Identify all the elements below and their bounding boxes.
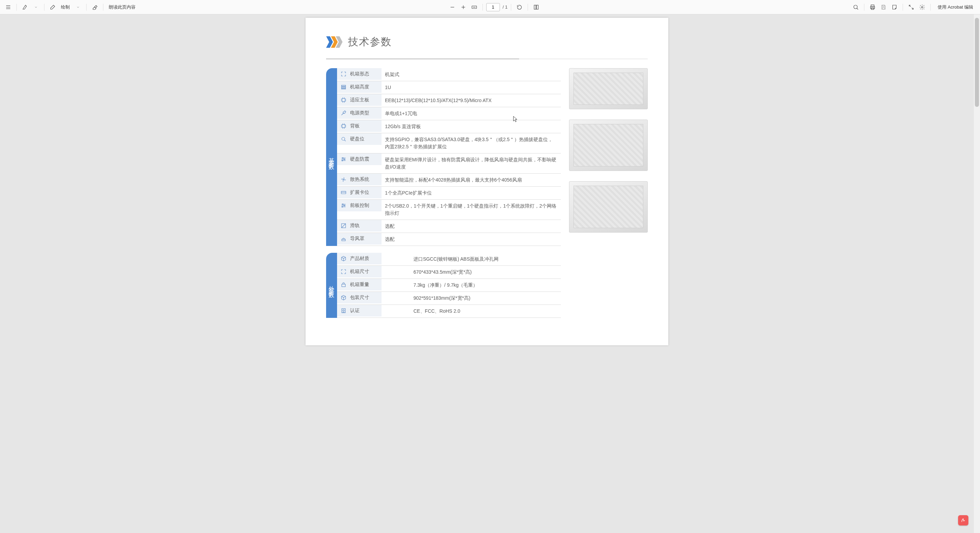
spec-row: 认证CE、FCC、RoHS 2.0	[337, 305, 561, 318]
separator	[511, 4, 511, 11]
draw-label[interactable]: 绘制	[59, 4, 72, 10]
spec-label-cell: 机箱高度	[337, 81, 382, 93]
svg-rect-20	[342, 85, 345, 86]
fullscreen-button[interactable]	[907, 2, 916, 12]
document-viewport[interactable]: 技术参数 基本参数机箱形态机架式机箱高度1U适应主板EEB(12*13)/CEB…	[0, 14, 974, 533]
spec-section: 外形参数产品材质进口SGCC(镀锌钢板) ABS面板及冲孔网机箱尺寸670*43…	[326, 253, 561, 318]
category-label: 外形参数	[326, 253, 337, 318]
separator	[903, 4, 903, 11]
spec-row: 机箱尺寸670*433*43.5mm(深*宽*高)	[337, 266, 561, 279]
section-title: 技术参数	[348, 35, 392, 49]
svg-line-18	[912, 8, 913, 9]
diagonal-icon	[340, 223, 347, 229]
page-view-button[interactable]	[531, 2, 541, 12]
separator	[103, 4, 103, 11]
spec-value-cell: 902*591*183mm(深*宽*高)	[410, 292, 561, 305]
vertical-scrollbar[interactable]	[974, 14, 980, 533]
spec-label-cell: 滑轨	[337, 220, 382, 232]
spec-label: 前板控制	[350, 203, 369, 209]
separator	[482, 4, 483, 11]
svg-rect-16	[883, 7, 885, 9]
list-icon	[5, 4, 11, 10]
chevron-down-icon	[34, 5, 38, 9]
print-button[interactable]	[868, 2, 877, 12]
spec-label-cell: 产品材质	[337, 253, 382, 265]
spec-label-cell: 背板	[337, 120, 382, 132]
rotate-button[interactable]	[515, 2, 524, 12]
section-title-row: 技术参数	[326, 35, 648, 49]
spec-row: 包装尺寸902*591*183mm(深*宽*高)	[337, 292, 561, 305]
spec-row: 扩展卡位1个全高PCIe扩展卡位	[337, 187, 561, 200]
spec-label-cell: 前板控制	[337, 200, 382, 212]
wrench-icon	[340, 110, 347, 116]
spec-row: 散热系统支持智能温控，标配4个4028热插拔风扇，最大支持6个4056风扇	[337, 174, 561, 187]
card-icon	[340, 190, 347, 196]
expand-icon	[340, 71, 347, 77]
highlighter-icon	[22, 4, 28, 10]
fan-icon	[340, 176, 347, 183]
fit-width-icon	[471, 4, 477, 10]
category-label: 基本参数	[326, 68, 337, 246]
svg-rect-9	[536, 5, 538, 9]
draw-dropdown[interactable]	[73, 2, 83, 12]
spec-label: 适应主板	[350, 97, 369, 103]
zoom-out-button[interactable]	[447, 2, 457, 12]
product-images-column	[569, 68, 648, 325]
highlighter-button[interactable]	[20, 2, 30, 12]
spec-row: 硬盘位支持SGPIO，兼容SAS3.0/SATA3.0硬盘，4块3.5＂（或2.…	[337, 133, 561, 153]
spec-label-cell: 硬盘防震	[337, 153, 382, 166]
spec-value-cell: 支持SGPIO，兼容SAS3.0/SATA3.0硬盘，4块3.5＂（或2.5＂）…	[382, 133, 561, 153]
page-number-input[interactable]	[486, 3, 500, 11]
svg-rect-23	[342, 99, 345, 102]
spec-label: 硬盘位	[350, 136, 364, 142]
pdf-toolbar: 绘制 朗读此页内容 / 1	[0, 0, 980, 14]
svg-rect-21	[342, 87, 345, 88]
svg-point-64	[343, 310, 345, 311]
eraser-button[interactable]	[90, 2, 100, 12]
separator	[44, 4, 45, 11]
annotations-button[interactable]	[890, 2, 899, 12]
search-button[interactable]	[851, 2, 861, 12]
pen-icon	[49, 4, 56, 10]
spec-row: 导风罩选配	[337, 233, 561, 246]
spec-value-cell: 单电或1+1冗电	[382, 107, 561, 120]
spec-table: 机箱形态机架式机箱高度1U适应主板EEB(12*13)/CEB(12*10.5)…	[337, 68, 561, 246]
zoom-in-button[interactable]	[458, 2, 468, 12]
spec-value-cell: CE、FCC、RoHS 2.0	[410, 305, 561, 318]
outline-button[interactable]	[3, 2, 13, 12]
svg-line-17	[909, 5, 911, 7]
spec-value-cell: 2个USB2.0，1个开关键，1个重启键，1个硬盘指示灯，1个系统故障灯，2个网…	[382, 200, 561, 220]
read-aloud-button[interactable]: 朗读此页内容	[107, 4, 138, 10]
edit-in-acrobat-button[interactable]: 使用 Acrobat 编辑	[934, 3, 977, 12]
spec-value-cell: 进口SGCC(镀锌钢板) ABS面板及冲孔网	[410, 253, 561, 266]
svg-line-32	[342, 113, 344, 115]
spec-label: 电源类型	[350, 110, 369, 116]
gear-icon	[919, 4, 925, 10]
spec-value-cell: 支持智能温控，标配4个4028热插拔风扇，最大支持6个4056风扇	[382, 174, 561, 187]
save-button[interactable]	[879, 2, 888, 12]
spec-label-cell: 适应主板	[337, 94, 382, 106]
spec-label-cell: 机箱尺寸	[337, 266, 382, 278]
svg-rect-8	[534, 5, 536, 9]
settings-button[interactable]	[917, 2, 927, 12]
fullscreen-icon	[908, 4, 914, 10]
svg-rect-15	[883, 5, 885, 6]
highlighter-dropdown[interactable]	[31, 2, 41, 12]
pdf-page: 技术参数 基本参数机箱形态机架式机箱高度1U适应主板EEB(12*13)/CEB…	[305, 18, 668, 345]
pen-button[interactable]	[48, 2, 57, 12]
note-icon	[891, 4, 897, 10]
svg-point-50	[343, 179, 344, 180]
fit-width-button[interactable]	[469, 2, 479, 12]
expand-icon	[340, 268, 347, 275]
svg-line-11	[857, 8, 858, 10]
separator	[16, 4, 17, 11]
spec-label: 背板	[350, 123, 360, 129]
title-underline	[326, 59, 648, 59]
svg-line-43	[344, 140, 345, 141]
acrobat-badge-icon[interactable]	[958, 515, 968, 525]
spec-value-cell: 1个全高PCIe扩展卡位	[382, 187, 561, 200]
spec-label: 包装尺寸	[350, 295, 369, 301]
scrollbar-thumb[interactable]	[975, 18, 979, 107]
svg-rect-51	[341, 191, 346, 194]
spec-label-cell: 机箱重量	[337, 279, 382, 291]
